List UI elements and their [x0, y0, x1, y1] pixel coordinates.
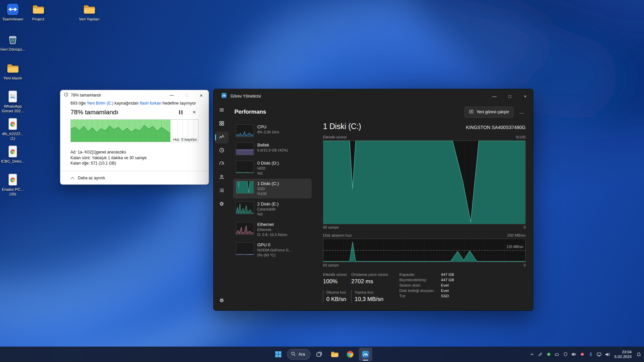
perf-item-sub: 8% 3,95 GHz — [257, 130, 279, 135]
new-task-icon — [469, 109, 474, 115]
sidebar-item-startup-apps[interactable] — [215, 158, 228, 170]
transfer-zero-label: 0 — [524, 263, 526, 267]
shield-tray-button[interactable] — [561, 349, 570, 360]
cloud-tray-button[interactable] — [553, 349, 561, 360]
chevron-up-icon — [530, 352, 534, 357]
task-manager-window-controls: — □ × — [487, 89, 533, 103]
perf-item-text: CPU8% 3,95 GHz — [257, 124, 279, 135]
gear-icon — [219, 298, 224, 304]
chrome-button[interactable] — [343, 348, 357, 361]
copy-path-link[interactable]: flash furkan — [140, 101, 161, 106]
perf-list-item-cpu[interactable]: CPU8% 3,95 GHz — [233, 122, 312, 139]
desktop-icon-recycle-3[interactable]: Geri Dönüşü... — [0, 32, 25, 52]
desktop-icon-image-5[interactable]: WhatsApp Görsel 202... — [0, 89, 25, 114]
desktop-icon-folder-1[interactable]: Project — [25, 2, 51, 22]
sidebar-item-performance[interactable] — [215, 131, 228, 143]
battery-tray-button[interactable] — [570, 349, 578, 360]
copy-dialog-titlebar[interactable]: 78% tamamlandı — □ × — [60, 90, 209, 100]
desktop-icon-chrome-6[interactable]: dfs_tr2222... (1) — [0, 117, 25, 141]
task-manager-titlebar[interactable]: Görev Yöneticisi — □ × — [214, 89, 533, 103]
desktop-icon-chrome-8[interactable]: Enabiz-PC... (39) — [0, 172, 25, 197]
less-details-toggle[interactable]: Daha az ayrıntı — [78, 176, 105, 180]
task-view-icon — [316, 351, 323, 358]
property-value: Evet — [441, 283, 454, 287]
perf-list-item-ethernet[interactable]: EthernetEthernetG: 0 A: 16,0 Kb/sn — [233, 220, 312, 239]
perf-item-name: Bellek — [257, 142, 288, 148]
stat-label: Etkinlik süresi — [323, 273, 346, 277]
perf-list-item-memory[interactable]: Bellek6,6/15,9 GB (42%) — [233, 140, 312, 158]
transfer-chart-labels: Disk aktarım hızı 250 MB/sn — [323, 233, 526, 237]
maximize-button[interactable]: □ — [179, 90, 194, 100]
teamviewer-icon — [6, 3, 19, 16]
perf-item-name: CPU — [257, 124, 279, 130]
sidebar-item-services[interactable] — [215, 198, 228, 210]
close-button[interactable]: × — [194, 90, 209, 100]
sidebar-item-app-history[interactable] — [215, 145, 228, 157]
minimize-button[interactable]: — — [164, 90, 179, 100]
cancel-copy-button[interactable]: × — [190, 109, 199, 116]
run-new-task-button[interactable]: Yeni görevi çalıştır — [465, 107, 514, 118]
notification-center-button[interactable] — [635, 349, 643, 360]
task-manager-nav-rail — [214, 103, 230, 310]
clock[interactable]: 23:04 5.02.2023 — [612, 350, 634, 359]
copy-dialog-window-controls: — □ × — [164, 90, 209, 100]
file-explorer-button[interactable] — [328, 348, 341, 361]
copy-detail-line: Ad: 1a- K02[1]genel anesteziks — [70, 149, 199, 155]
pause-button[interactable] — [176, 109, 185, 116]
teamviewer-tray-button[interactable] — [578, 349, 586, 360]
perf-list-item-disk0[interactable]: 0 Diski (D:)HDD%0 — [233, 158, 312, 178]
activity-label: Etkinlik süresi — [323, 135, 346, 139]
perf-list-item-gpu[interactable]: GPU 0NVIDIA GeForce G...0% (60 °C) — [233, 240, 312, 260]
desktop-icon-folder-2[interactable]: Veri Yapıları — [76, 2, 102, 22]
disk-stat-1: Ortalama yanıt süresi2702 ms — [351, 273, 388, 285]
more-options-button[interactable]: ... — [517, 109, 527, 115]
property-value: 447 GB — [441, 273, 454, 277]
pen-tray-button[interactable] — [536, 349, 544, 360]
volume-tray-button[interactable] — [603, 349, 611, 360]
sidebar-item-menu[interactable] — [215, 105, 228, 117]
disk-properties: Kapasite:447 GBBiçimlendirilmiş:447 GBSi… — [399, 273, 454, 298]
close-button[interactable]: × — [518, 89, 533, 103]
search-box[interactable]: Ara — [287, 349, 311, 360]
sidebar-item-details[interactable] — [215, 185, 228, 197]
perf-item-sub: %0 — [257, 171, 279, 176]
network-tray-button[interactable] — [595, 349, 603, 360]
tray-overflow-button[interactable] — [528, 349, 536, 360]
services-icon — [219, 201, 224, 208]
maximize-button[interactable]: □ — [502, 89, 518, 103]
disk-stats-grid: Etkinlik süresi100%Ortalama yanıt süresi… — [323, 273, 388, 303]
perf-list-item-disk1[interactable]: 1 Diski (C:)SSD%100 — [233, 179, 312, 198]
copy-line-text: 693 öğe — [70, 101, 87, 106]
perf-list-item-disk2[interactable]: 2 Diski (E:)Çıkarılabilir%0 — [233, 199, 312, 219]
minimize-button[interactable]: — — [487, 89, 502, 103]
start-button[interactable] — [272, 348, 285, 361]
task-manager-taskbar-button[interactable] — [359, 348, 372, 361]
property-value: Evet — [441, 289, 454, 293]
copy-dialog-body: 693 öğe Yeni Birim (E:) kaynağından flas… — [60, 100, 209, 171]
sidebar-item-settings[interactable] — [215, 295, 228, 307]
desktop-icon-teamviewer-0[interactable]: TeamViewer — [0, 2, 25, 22]
antivirus-tray-button[interactable] — [545, 349, 553, 360]
sidebar-item-processes[interactable] — [215, 118, 228, 130]
stat-label: Okuma hızı — [326, 290, 346, 294]
performance-main: CPU8% 3,95 GHzBellek6,6/15,9 GB (42%)0 D… — [230, 121, 533, 310]
file-explorer-icon — [330, 350, 339, 359]
desktop-icon-label: WhatsApp Görsel 202... — [0, 104, 25, 114]
disk-stat-2: Okuma hızı0 KB/sn — [323, 290, 346, 303]
task-manager-icon — [362, 350, 370, 358]
copy-line-text: kaynağından — [113, 101, 140, 106]
sidebar-item-users[interactable] — [215, 172, 228, 184]
desktop-icon-folder-4[interactable]: Yeni klasör — [0, 61, 25, 81]
task-view-button[interactable] — [313, 348, 326, 361]
task-manager-header: Performans Yeni görevi çalıştır ... — [230, 103, 533, 121]
bluetooth-tray-button[interactable] — [587, 349, 595, 360]
transfer-mid-label: 125 MB/sn — [506, 245, 523, 249]
transfer-time-label: 60 saniye — [323, 263, 339, 267]
desktop-icon-chrome-7[interactable]: ICBC_Deko... — [0, 144, 25, 164]
ethernet-mini-chart — [236, 222, 254, 235]
stat-label: Yazma hızı — [355, 290, 388, 294]
app-history-icon — [219, 147, 224, 154]
copy-path-link[interactable]: Yeni Birim (E:) — [87, 101, 113, 106]
copy-progress-icon — [64, 92, 68, 98]
pen-icon — [538, 352, 543, 357]
